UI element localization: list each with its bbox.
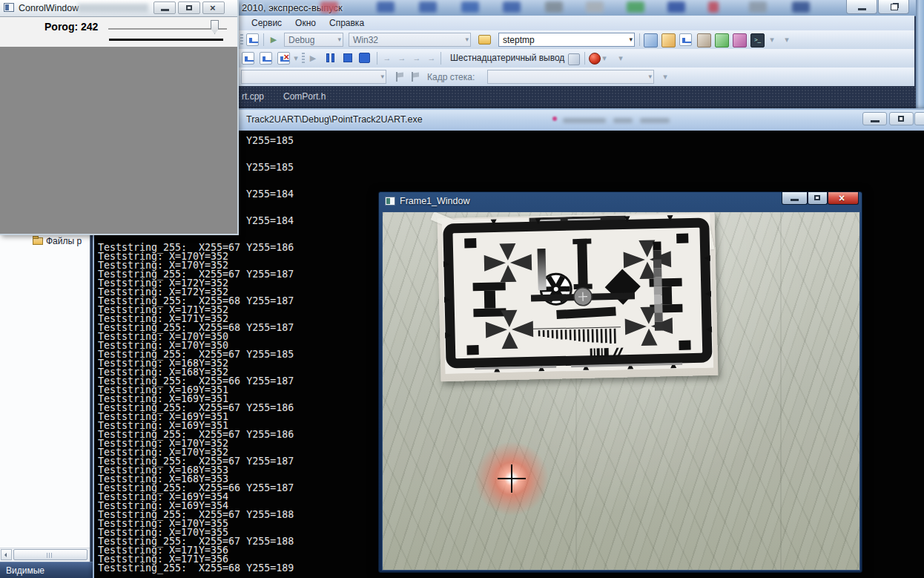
camera-close-button[interactable]: × bbox=[828, 192, 859, 205]
toolbar-overflow-icon[interactable]: ▾ bbox=[614, 52, 627, 65]
nav-forward-doc-icon[interactable] bbox=[260, 52, 272, 65]
add-item-icon[interactable] bbox=[679, 33, 692, 46]
threshold-slider-track[interactable] bbox=[108, 28, 227, 30]
control-close-button[interactable]: × bbox=[202, 1, 225, 14]
console-close-button[interactable]: × bbox=[914, 112, 924, 125]
control-maximize-button[interactable] bbox=[178, 1, 200, 14]
step-into-icon[interactable]: → bbox=[395, 52, 409, 65]
step-out-icon[interactable]: → bbox=[425, 52, 438, 65]
chevron-down-icon: ▾ bbox=[629, 36, 633, 43]
control-window: ConrolWindow × Porog: 242 bbox=[0, 0, 239, 235]
level-indicator-bar bbox=[109, 39, 223, 41]
toolbar-overflow-icon[interactable]: ▾ bbox=[659, 70, 672, 83]
menu-item[interactable]: Окно bbox=[288, 18, 323, 28]
close-icon: × bbox=[839, 192, 845, 204]
chevron-down-icon: ▾ bbox=[380, 73, 384, 80]
close-icon: × bbox=[210, 2, 216, 13]
find-symbol-icon[interactable] bbox=[644, 33, 658, 47]
stack-frame-label: Кадр стека: bbox=[427, 72, 475, 82]
nav-back-doc-icon[interactable] bbox=[242, 52, 254, 65]
camera-window-titlebar[interactable]: Frame1_Window × bbox=[379, 192, 862, 211]
document-tab[interactable]: rt.cpp bbox=[242, 91, 264, 102]
chevron-down-icon: ▾ bbox=[465, 36, 469, 43]
platform-combo[interactable]: Win32 ▾ bbox=[349, 33, 471, 47]
console-maximize-button[interactable] bbox=[889, 112, 914, 125]
find-combo-value: steptmp bbox=[503, 35, 535, 45]
minimize-icon bbox=[161, 9, 169, 11]
scroll-left-icon[interactable] bbox=[1, 549, 12, 560]
document-tab[interactable]: ComPort.h bbox=[283, 91, 326, 102]
hex-output-button[interactable]: Шестнадцатеричный вывод bbox=[445, 51, 570, 67]
solution-explorer-panel: Файлы р bbox=[0, 234, 90, 562]
maximize-icon bbox=[814, 195, 820, 200]
threshold-control-area: Porog: 242 bbox=[0, 17, 237, 47]
tools-icon[interactable] bbox=[697, 33, 711, 47]
threshold-slider-thumb[interactable] bbox=[211, 20, 219, 34]
group-overflow-icon[interactable]: ▾ bbox=[292, 52, 300, 65]
export-template-icon[interactable] bbox=[246, 33, 259, 46]
app-icon bbox=[4, 3, 14, 12]
threshold-label: Porog: 242 bbox=[44, 21, 98, 33]
app-icon bbox=[385, 197, 395, 206]
debug-pause-icon[interactable] bbox=[326, 53, 335, 62]
horizontal-scrollbar[interactable] bbox=[0, 548, 90, 562]
visible-toolwindow-tab[interactable]: Видимые bbox=[0, 562, 95, 578]
breakpoint-icon[interactable] bbox=[589, 53, 601, 65]
run-icon[interactable]: ▶ bbox=[267, 33, 280, 46]
thread-flag-filter-icon[interactable] bbox=[410, 72, 420, 82]
command-window-dropdown[interactable]: ▾ bbox=[765, 33, 779, 46]
camera-maximize-button[interactable] bbox=[808, 192, 828, 205]
control-window-title: ConrolWindow bbox=[19, 3, 79, 13]
visible-tab-label: Видимые bbox=[6, 565, 44, 576]
control-minimize-button[interactable] bbox=[154, 1, 176, 14]
debug-continue-icon[interactable]: ▶ bbox=[306, 52, 320, 65]
blurred-artifact bbox=[552, 116, 557, 121]
configuration-combo[interactable]: Debug ▾ bbox=[284, 33, 343, 47]
vs-right-border bbox=[916, 0, 924, 108]
camera-window: Frame1_Window × bbox=[378, 191, 862, 573]
thread-flag-icon[interactable] bbox=[395, 72, 404, 82]
restore-icon bbox=[891, 4, 898, 10]
vs-minimize-button[interactable] bbox=[846, 0, 877, 14]
process-combo[interactable]: ▾ bbox=[241, 70, 386, 84]
menu-item[interactable]: Сервис bbox=[245, 18, 288, 28]
chevron-down-icon: ▾ bbox=[337, 36, 341, 43]
test-chart-paper bbox=[438, 212, 719, 381]
console-minimize-button[interactable] bbox=[862, 112, 887, 125]
minimize-icon bbox=[858, 8, 866, 10]
camera-view[interactable] bbox=[382, 211, 860, 571]
menu-item[interactable]: Справка bbox=[323, 18, 371, 28]
scrollbar-thumb[interactable] bbox=[13, 549, 88, 560]
control-window-body bbox=[0, 47, 237, 234]
chevron-down-icon: ▾ bbox=[648, 73, 652, 80]
blurred-artifact bbox=[563, 118, 606, 123]
stack-frame-combo[interactable]: ▾ bbox=[487, 70, 654, 84]
step-over-icon[interactable]: → bbox=[410, 52, 423, 65]
platform-value: Win32 bbox=[353, 35, 378, 45]
find-combo[interactable]: steptmp ▾ bbox=[498, 33, 635, 47]
control-window-titlebar[interactable]: ConrolWindow × bbox=[0, 0, 237, 17]
blurred-artifact bbox=[613, 118, 633, 123]
properties-window-icon[interactable] bbox=[661, 33, 676, 47]
hex-options-icon[interactable] bbox=[568, 53, 580, 65]
go-to-definition-icon[interactable] bbox=[715, 33, 729, 47]
toolbar-overflow-icon[interactable]: ▾ bbox=[780, 33, 793, 46]
blurred-artifact bbox=[640, 118, 670, 123]
find-in-files-icon[interactable] bbox=[478, 35, 491, 45]
minimize-icon bbox=[791, 199, 799, 201]
maximize-icon bbox=[186, 5, 192, 10]
vs-restore-button[interactable] bbox=[878, 0, 909, 14]
debug-restart-icon[interactable] bbox=[359, 53, 370, 63]
close-document-icon[interactable] bbox=[277, 52, 290, 65]
camera-window-title: Frame1_Window bbox=[400, 196, 469, 206]
maximize-icon bbox=[898, 116, 904, 122]
camera-minimize-button[interactable] bbox=[782, 192, 808, 205]
breakpoint-dropdown-icon[interactable]: ▾ bbox=[601, 52, 608, 65]
tree-item-label: Файлы р bbox=[46, 236, 82, 246]
blurred-artifact bbox=[78, 4, 148, 13]
command-window-icon[interactable]: >_ bbox=[750, 33, 765, 47]
extension-manager-icon[interactable] bbox=[733, 33, 747, 47]
show-next-statement-icon[interactable]: → bbox=[380, 52, 394, 65]
debug-stop-icon[interactable] bbox=[343, 53, 352, 62]
tree-item-resource-files[interactable]: Файлы р bbox=[33, 236, 82, 247]
